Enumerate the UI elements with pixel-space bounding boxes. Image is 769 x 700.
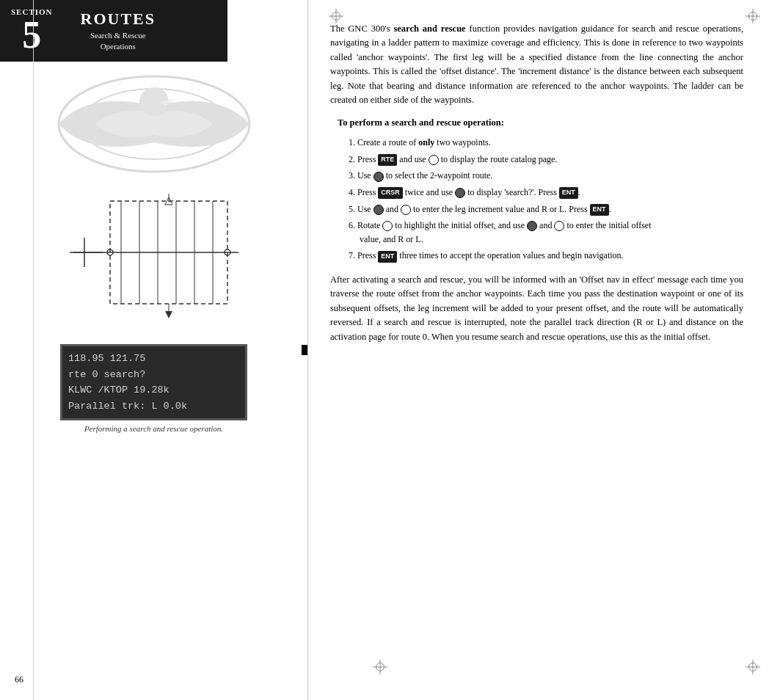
screen-line-2: rte 0 search?	[68, 367, 239, 383]
screen-line-1: 118.95 121.75	[68, 351, 239, 367]
step-1: 1. Create a route of only two waypoints.	[349, 136, 743, 150]
knob-circle-2	[429, 155, 439, 165]
press-label-2: Press	[357, 154, 376, 164]
page-number: 66	[15, 674, 23, 685]
section-number: 5	[22, 16, 41, 54]
instruction-heading: To perform a search and rescue operation…	[338, 117, 743, 128]
section-title-block: ROUTES Search & Rescue Operations	[81, 10, 156, 53]
section-header: SECTION 5 ROUTES Search & Rescue Operati…	[0, 0, 227, 62]
page: SECTION 5 ROUTES Search & Rescue Operati…	[0, 0, 769, 700]
step-6: 6. Rotate to highlight the initial offse…	[349, 219, 743, 233]
rte-button: RTE	[378, 154, 397, 166]
step-4: 4. Press CRSR twice and use to display '…	[349, 186, 743, 200]
section-title: ROUTES	[81, 10, 156, 29]
ent-button-7: ENT	[378, 251, 397, 263]
knob-filled-6	[527, 221, 537, 231]
ent-button-5: ENT	[590, 204, 609, 216]
step-6-cont: value, and R or L.	[360, 233, 743, 247]
step-2: 2. Press RTE and use to display the rout…	[349, 153, 743, 167]
grid-diagram-svg	[66, 194, 242, 329]
step-5: 5. Use and to enter the leg increment va…	[349, 203, 743, 216]
watermark-area	[22, 62, 286, 186]
knob-circle-5	[401, 205, 411, 215]
and-use-label: and use	[399, 154, 428, 164]
step-7: 7. Press ENT three times to accept the o…	[349, 249, 743, 263]
knob-filled-5	[373, 205, 384, 215]
screen-caption: Performing a search and rescue operation…	[0, 424, 307, 433]
intro-paragraph: The GNC 300's search and rescue function…	[330, 22, 743, 107]
left-sidebar: SECTION 5 ROUTES Search & Rescue Operati…	[0, 0, 308, 700]
watermark-svg	[22, 62, 286, 186]
screen-line-4: Parallel trk: L 0.0k	[68, 398, 239, 415]
screen-line-3: KLWC /KTOP 19.28k	[68, 382, 239, 398]
closing-paragraph: After activating a search and rescue, yo…	[330, 273, 743, 344]
knob-circle-6b	[554, 221, 564, 231]
knob-circle-6a	[382, 221, 393, 231]
step-2-rest: to display the route catalog page.	[441, 154, 558, 164]
step-3: 3. Use to select the 2-waypoint route.	[349, 169, 743, 183]
knob-filled-4	[455, 188, 465, 198]
knob-filled-3	[373, 172, 384, 182]
crsr-button-4: CRSR	[378, 187, 403, 199]
main-content: The GNC 300's search and rescue function…	[308, 0, 769, 700]
section-subtitle: Search & Rescue Operations	[90, 30, 146, 53]
steps-list: 1. Create a route of only two waypoints.…	[349, 136, 743, 263]
diagram-area	[66, 194, 242, 340]
ent-button-4: ENT	[559, 187, 578, 199]
svg-marker-19	[165, 311, 172, 318]
black-square-marker	[302, 345, 307, 355]
screen-display: 118.95 121.75 rte 0 search? KLWC /KTOP 1…	[60, 344, 247, 420]
